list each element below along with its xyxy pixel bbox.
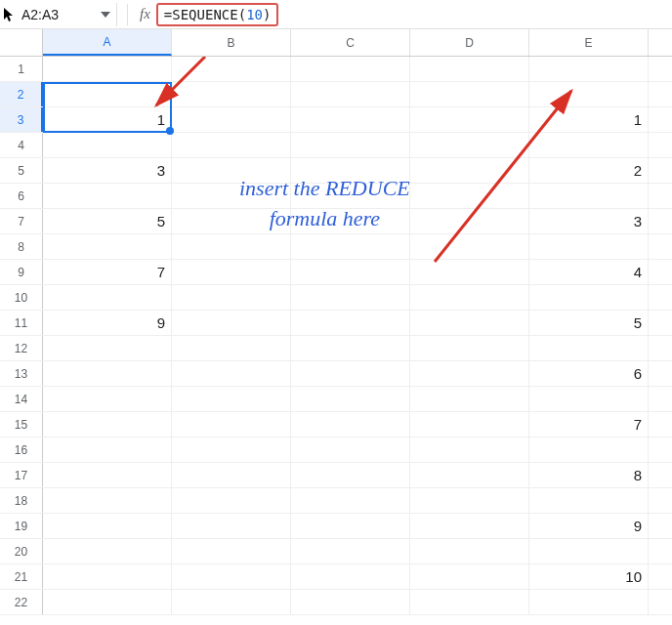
- cell-B13[interactable]: [172, 361, 291, 386]
- cell-C16[interactable]: [291, 438, 410, 462]
- col-header-B[interactable]: B: [172, 29, 291, 56]
- cell-B14[interactable]: [172, 387, 291, 411]
- cell-D3[interactable]: [410, 107, 529, 132]
- row-header[interactable]: 17: [0, 463, 43, 487]
- cell-A10[interactable]: [43, 285, 172, 310]
- cell-B20[interactable]: [172, 539, 291, 563]
- row-header[interactable]: 19: [0, 514, 43, 538]
- cell-C14[interactable]: [291, 387, 410, 411]
- cell-E2[interactable]: [529, 82, 649, 106]
- cell-D5[interactable]: [410, 158, 529, 183]
- row-header[interactable]: 8: [0, 234, 43, 259]
- cell-D12[interactable]: [410, 336, 529, 360]
- cell-A5[interactable]: 3: [43, 158, 172, 183]
- cell-B4[interactable]: [172, 133, 291, 157]
- cell-B12[interactable]: [172, 336, 291, 360]
- cell-D11[interactable]: [410, 311, 529, 335]
- cell-C21[interactable]: [291, 564, 410, 589]
- row-header[interactable]: 18: [0, 488, 43, 513]
- cell-C18[interactable]: [291, 488, 410, 513]
- cell-E10[interactable]: [529, 285, 649, 310]
- cell-D4[interactable]: [410, 133, 529, 157]
- cell-A16[interactable]: [43, 438, 172, 462]
- cell-A3[interactable]: 1: [43, 107, 172, 132]
- cell-A8[interactable]: [43, 234, 172, 259]
- select-all-corner[interactable]: [0, 29, 43, 56]
- cell-C19[interactable]: [291, 514, 410, 538]
- cell-C15[interactable]: [291, 412, 410, 437]
- row-header[interactable]: 22: [0, 590, 43, 614]
- cell-B2[interactable]: [172, 82, 291, 106]
- cell-E18[interactable]: [529, 488, 649, 513]
- row-header[interactable]: 11: [0, 311, 43, 335]
- name-box[interactable]: A2:A3: [16, 3, 94, 26]
- cell-A14[interactable]: [43, 387, 172, 411]
- cell-B18[interactable]: [172, 488, 291, 513]
- cell-C7[interactable]: [291, 209, 410, 233]
- cell-E20[interactable]: [529, 539, 649, 563]
- cell-C11[interactable]: [291, 311, 410, 335]
- cell-D10[interactable]: [410, 285, 529, 310]
- row-header[interactable]: 3: [0, 107, 43, 132]
- row-header[interactable]: 5: [0, 158, 43, 183]
- formula-input[interactable]: = SEQUENCE ( 10 ): [156, 3, 279, 26]
- cell-C5[interactable]: [291, 158, 410, 183]
- cell-E21[interactable]: 10: [529, 564, 649, 589]
- cell-A19[interactable]: [43, 514, 172, 538]
- row-header[interactable]: 9: [0, 260, 43, 284]
- cell-C3[interactable]: [291, 107, 410, 132]
- cell-B11[interactable]: [172, 311, 291, 335]
- cell-B1[interactable]: [172, 57, 291, 81]
- cell-E6[interactable]: [529, 184, 649, 208]
- row-header[interactable]: 6: [0, 184, 43, 208]
- row-header[interactable]: 20: [0, 539, 43, 563]
- name-box-dropdown[interactable]: [94, 3, 117, 26]
- cell-B6[interactable]: [172, 184, 291, 208]
- cell-C22[interactable]: [291, 590, 410, 614]
- cell-E9[interactable]: 4: [529, 260, 649, 284]
- cell-B5[interactable]: [172, 158, 291, 183]
- row-header[interactable]: 15: [0, 412, 43, 437]
- col-header-E[interactable]: E: [529, 29, 649, 56]
- cell-E3[interactable]: 1: [529, 107, 649, 132]
- row-header[interactable]: 7: [0, 209, 43, 233]
- cell-B21[interactable]: [172, 564, 291, 589]
- cell-E7[interactable]: 3: [529, 209, 649, 233]
- cell-E8[interactable]: [529, 234, 649, 259]
- cell-B8[interactable]: [172, 234, 291, 259]
- cell-D7[interactable]: [410, 209, 529, 233]
- col-header-C[interactable]: C: [291, 29, 410, 56]
- row-header[interactable]: 2: [0, 82, 43, 106]
- cell-D1[interactable]: [410, 57, 529, 81]
- cell-D8[interactable]: [410, 234, 529, 259]
- cell-D17[interactable]: [410, 463, 529, 487]
- cell-E1[interactable]: [529, 57, 649, 81]
- cell-E5[interactable]: 2: [529, 158, 649, 183]
- cell-E17[interactable]: 8: [529, 463, 649, 487]
- row-header[interactable]: 13: [0, 361, 43, 386]
- cell-E11[interactable]: 5: [529, 311, 649, 335]
- cell-C4[interactable]: [291, 133, 410, 157]
- cell-C6[interactable]: [291, 184, 410, 208]
- cell-D18[interactable]: [410, 488, 529, 513]
- cell-B15[interactable]: [172, 412, 291, 437]
- cell-B7[interactable]: [172, 209, 291, 233]
- cell-A15[interactable]: [43, 412, 172, 437]
- cell-D9[interactable]: [410, 260, 529, 284]
- cell-C17[interactable]: [291, 463, 410, 487]
- cell-D21[interactable]: [410, 564, 529, 589]
- cell-B22[interactable]: [172, 590, 291, 614]
- cell-A4[interactable]: [43, 133, 172, 157]
- cell-E13[interactable]: 6: [529, 361, 649, 386]
- cell-C10[interactable]: [291, 285, 410, 310]
- cell-C8[interactable]: [291, 234, 410, 259]
- cell-C13[interactable]: [291, 361, 410, 386]
- cell-D13[interactable]: [410, 361, 529, 386]
- row-header[interactable]: 10: [0, 285, 43, 310]
- cell-A21[interactable]: [43, 564, 172, 589]
- cell-C1[interactable]: [291, 57, 410, 81]
- cell-B10[interactable]: [172, 285, 291, 310]
- cell-E4[interactable]: [529, 133, 649, 157]
- row-header[interactable]: 21: [0, 564, 43, 589]
- cell-E12[interactable]: [529, 336, 649, 360]
